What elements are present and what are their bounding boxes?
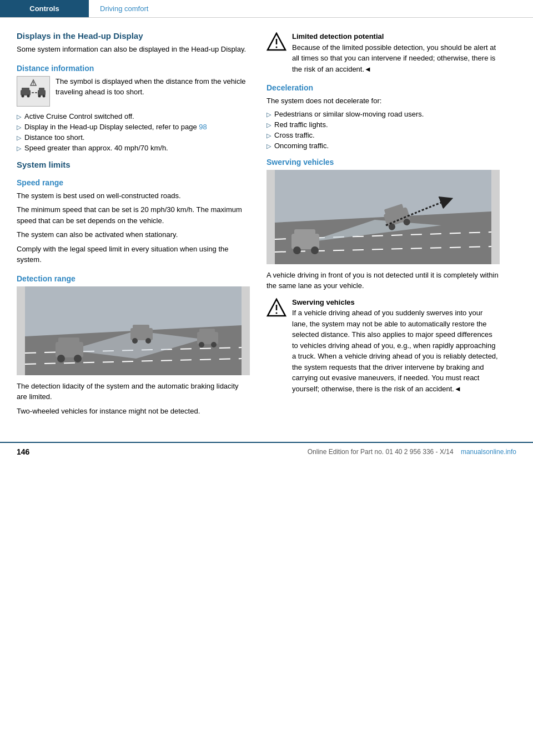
- bullet-text: Red traffic lights.: [274, 120, 328, 129]
- warning-swerving-title: Swerving vehicles: [292, 298, 355, 306]
- svg-rect-39: [294, 229, 315, 236]
- driving-comfort-label: Driving comfort: [100, 4, 148, 13]
- page-number: 146: [17, 447, 29, 456]
- swerving-vehicles-image: [266, 170, 500, 264]
- online-edition-text: Online Edition for Part no. 01 40 2 956 …: [308, 448, 454, 456]
- bullet-arrow-icon: ▷: [266, 122, 271, 129]
- deceleration-intro: The system does not decelerate for:: [266, 95, 500, 107]
- page-header: Controls Driving comfort: [0, 0, 533, 18]
- svg-point-28: [199, 342, 204, 347]
- bullet-arrow-icon: ▷: [17, 145, 21, 152]
- bullet-arrow-icon: ▷: [266, 111, 271, 118]
- bullet-text: Active Cruise Control switched off.: [24, 112, 134, 120]
- bullet-text: Oncoming traffic.: [274, 142, 329, 150]
- bullet-text: Pedestrians or similar slow-moving road …: [274, 110, 424, 118]
- speed-range-heading: Speed range: [17, 178, 250, 187]
- distance-info-heading: Distance information: [17, 64, 250, 73]
- distance-description: The symbol is displayed when the distanc…: [56, 76, 250, 98]
- bullet-item: ▷ Speed greater than approx. 40 mph/70 k…: [17, 144, 250, 152]
- svg-point-25: [145, 338, 151, 344]
- website-text: manualsonline.info: [461, 448, 516, 456]
- svg-point-8: [38, 94, 41, 97]
- svg-rect-1: [22, 88, 29, 91]
- bullet-text: Speed greater than approx. 40 mph/70 km/…: [24, 144, 168, 152]
- warning-triangle-icon: [266, 32, 286, 52]
- speed-range-para1: The system is best used on well-construc…: [17, 190, 250, 201]
- svg-point-21: [74, 355, 82, 362]
- bullet-arrow-icon: ▷: [17, 124, 21, 131]
- footer-online-edition: Online Edition for Part no. 01 40 2 956 …: [308, 448, 516, 456]
- header-driving-tab[interactable]: Driving comfort: [89, 0, 159, 17]
- svg-point-12: [33, 84, 34, 85]
- detection-range-heading: Detection range: [17, 274, 250, 283]
- deceleration-heading: Deceleration: [266, 83, 500, 92]
- svg-point-41: [311, 246, 319, 254]
- page-link[interactable]: 98: [199, 123, 207, 131]
- bullet-item: ▷ Cross traffic.: [266, 131, 500, 139]
- detection-range-image: [17, 286, 250, 375]
- svg-point-48: [276, 312, 278, 314]
- bullet-item: ▷ Red traffic lights.: [266, 120, 500, 129]
- left-column: Displays in the Head-up Display Some sys…: [17, 29, 250, 420]
- detection-range-para2: Two-wheeled vehicles for instance might …: [17, 406, 250, 417]
- bullet-text: Display in the Head-up Display selected,…: [24, 123, 207, 131]
- bullet-item: ▷ Distance too short.: [17, 133, 250, 142]
- svg-rect-27: [199, 329, 215, 334]
- bullet-arrow-icon: ▷: [266, 143, 271, 150]
- warning-limited-title: Limited detection potential: [292, 32, 384, 41]
- main-content: Displays in the Head-up Display Some sys…: [0, 18, 533, 431]
- main-heading: Displays in the Head-up Display: [17, 31, 250, 41]
- svg-point-24: [132, 338, 138, 344]
- page-footer: 146 Online Edition for Part no. 01 40 2 …: [0, 442, 533, 461]
- controls-label: Controls: [29, 4, 59, 13]
- distance-info-box: The symbol is displayed when the distanc…: [17, 76, 250, 107]
- speed-range-para4: Comply with the legal speed limit in eve…: [17, 244, 250, 265]
- svg-point-9: [43, 94, 46, 97]
- right-column: Limited detection potential Because of t…: [266, 29, 500, 420]
- bullet-arrow-icon: ▷: [17, 113, 21, 120]
- distance-icon: [17, 76, 50, 107]
- bullet-text: Cross traffic.: [274, 131, 315, 139]
- bullet-item: ▷ Display in the Head-up Display selecte…: [17, 123, 250, 131]
- system-limits-heading: System limits: [17, 160, 250, 169]
- svg-rect-19: [58, 337, 79, 344]
- warning-swerving-box: Swerving vehicles If a vehicle driving a…: [266, 297, 500, 395]
- svg-point-3: [27, 94, 30, 97]
- detection-range-para1: The detection lidacity of the system and…: [17, 381, 250, 402]
- bullet-arrow-icon: ▷: [266, 132, 271, 139]
- bullet-item: ▷ Pedestrians or similar slow-moving roa…: [266, 110, 500, 118]
- svg-point-20: [57, 355, 65, 362]
- warning-limited-body: Because of the limited possible detectio…: [292, 43, 496, 73]
- svg-rect-23: [133, 325, 149, 330]
- warning-limited-text: Limited detection potential Because of t…: [292, 31, 500, 74]
- warning-swerving-text: Swerving vehicles If a vehicle driving a…: [292, 297, 500, 395]
- speed-range-para2: The minimum speed that can be set is 20 …: [17, 204, 250, 226]
- warning-limited-box: Limited detection potential Because of t…: [266, 31, 500, 74]
- bullet-arrow-icon: ▷: [17, 134, 21, 142]
- svg-point-32: [276, 47, 278, 48]
- svg-point-2: [22, 94, 24, 97]
- svg-point-40: [293, 246, 301, 254]
- warning-triangle-icon: [266, 298, 286, 318]
- intro-text: Some system information can also be disp…: [17, 44, 250, 55]
- bullet-item: ▷ Oncoming traffic.: [266, 142, 500, 150]
- bullet-text: Distance too short.: [24, 133, 84, 142]
- speed-range-para3: The system can also be activated when st…: [17, 229, 250, 240]
- bullet-item: ▷ Active Cruise Control switched off.: [17, 112, 250, 120]
- svg-rect-7: [39, 88, 44, 91]
- svg-point-29: [211, 342, 217, 347]
- swerving-vehicles-heading: Swerving vehicles: [266, 158, 500, 167]
- swerving-para1: A vehicle driving in front of you is not…: [266, 270, 500, 291]
- header-controls-tab[interactable]: Controls: [0, 0, 89, 17]
- warning-swerving-body: If a vehicle driving ahead of you sudden…: [292, 309, 498, 393]
